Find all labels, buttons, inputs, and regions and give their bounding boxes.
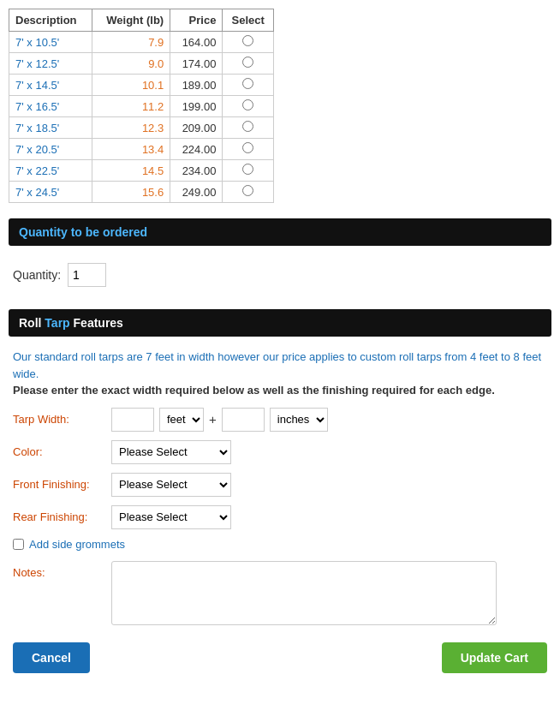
quantity-section-header: Quantity to be ordered <box>9 218 551 246</box>
cell-weight: 7.9 <box>92 32 170 53</box>
tarp-width-row: Tarp Width: feet + inches <box>9 408 551 432</box>
tarp-width-control: feet + inches <box>111 408 328 432</box>
cell-price: 164.00 <box>170 32 223 53</box>
cell-weight: 11.2 <box>92 96 170 117</box>
inches-select[interactable]: inches <box>270 408 328 432</box>
notes-label: Notes: <box>13 561 111 579</box>
quantity-label: Quantity: <box>13 268 61 282</box>
cancel-button[interactable]: Cancel <box>13 642 90 673</box>
tarp-width-label: Tarp Width: <box>13 413 111 426</box>
update-cart-button[interactable]: Update Cart <box>442 642 547 673</box>
table-row: 7' x 16.5'11.2199.00 <box>9 96 274 117</box>
cell-select[interactable] <box>223 117 274 139</box>
table-row: 7' x 18.5'12.3209.00 <box>9 117 274 139</box>
cell-description: 7' x 16.5' <box>9 96 92 117</box>
features-description: Our standard roll tarps are 7 feet in wi… <box>9 349 551 399</box>
cell-select[interactable] <box>223 96 274 117</box>
rear-finishing-label: Rear Finishing: <box>13 510 111 523</box>
col-description: Description <box>9 9 92 32</box>
quantity-input[interactable] <box>68 263 106 287</box>
color-control: Please Select <box>111 440 231 464</box>
product-radio[interactable] <box>242 142 253 153</box>
color-row: Color: Please Select <box>9 440 551 464</box>
cell-select[interactable] <box>223 53 274 75</box>
cell-weight: 15.6 <box>92 182 170 203</box>
rear-finishing-control: Please Select <box>111 505 231 529</box>
cell-price: 189.00 <box>170 75 223 96</box>
cell-description: 7' x 14.5' <box>9 75 92 96</box>
color-select[interactable]: Please Select <box>111 440 231 464</box>
color-label: Color: <box>13 445 111 458</box>
cell-weight: 13.4 <box>92 139 170 160</box>
rear-finishing-select[interactable]: Please Select <box>111 505 231 529</box>
product-radio[interactable] <box>242 99 253 110</box>
cell-description: 7' x 22.5' <box>9 160 92 182</box>
table-row: 7' x 20.5'13.4224.00 <box>9 139 274 160</box>
tarp-inches-input[interactable] <box>222 408 265 432</box>
cell-select[interactable] <box>223 139 274 160</box>
table-row: 7' x 14.5'10.1189.00 <box>9 75 274 96</box>
cell-price: 224.00 <box>170 139 223 160</box>
cell-weight: 12.3 <box>92 117 170 139</box>
rear-finishing-row: Rear Finishing: Please Select <box>9 505 551 529</box>
product-table: Description Weight (lb) Price Select 7' … <box>9 9 274 203</box>
product-radio[interactable] <box>242 35 253 46</box>
cell-price: 249.00 <box>170 182 223 203</box>
front-finishing-row: Front Finishing: Please Select <box>9 473 551 497</box>
col-select: Select <box>223 9 274 32</box>
cell-price: 199.00 <box>170 96 223 117</box>
table-row: 7' x 22.5'14.5234.00 <box>9 160 274 182</box>
grommets-row: Add side grommets <box>9 538 551 551</box>
cell-description: 7' x 12.5' <box>9 53 92 75</box>
tarp-feet-input[interactable] <box>111 408 154 432</box>
table-row: 7' x 10.5'7.9164.00 <box>9 32 274 53</box>
front-finishing-select[interactable]: Please Select <box>111 473 231 497</box>
product-radio[interactable] <box>242 78 253 89</box>
grommets-checkbox[interactable] <box>13 539 24 550</box>
notes-row: Notes: <box>9 561 551 625</box>
grommets-label: Add side grommets <box>29 538 125 551</box>
quantity-section: Quantity: <box>9 258 551 292</box>
product-radio[interactable] <box>242 185 253 196</box>
cell-weight: 10.1 <box>92 75 170 96</box>
plus-sign: + <box>209 412 217 427</box>
cell-weight: 14.5 <box>92 160 170 182</box>
product-radio[interactable] <box>242 121 253 132</box>
cell-select[interactable] <box>223 32 274 53</box>
cell-select[interactable] <box>223 160 274 182</box>
features-section-header: Roll Tarp Features <box>9 309 551 337</box>
product-radio[interactable] <box>242 57 253 68</box>
front-finishing-label: Front Finishing: <box>13 478 111 491</box>
cell-description: 7' x 24.5' <box>9 182 92 203</box>
col-weight: Weight (lb) <box>92 9 170 32</box>
col-price: Price <box>170 9 223 32</box>
cell-description: 7' x 18.5' <box>9 117 92 139</box>
cell-price: 174.00 <box>170 53 223 75</box>
cell-price: 209.00 <box>170 117 223 139</box>
cell-description: 7' x 10.5' <box>9 32 92 53</box>
features-section: Roll Tarp Features Our standard roll tar… <box>9 309 551 673</box>
front-finishing-control: Please Select <box>111 473 231 497</box>
cell-select[interactable] <box>223 75 274 96</box>
quantity-row: Quantity: <box>13 258 547 292</box>
cell-select[interactable] <box>223 182 274 203</box>
feet-select[interactable]: feet <box>159 408 204 432</box>
notes-textarea[interactable] <box>111 561 497 625</box>
cell-price: 234.00 <box>170 160 223 182</box>
buttons-row: Cancel Update Cart <box>9 642 551 673</box>
cell-description: 7' x 20.5' <box>9 139 92 160</box>
table-row: 7' x 24.5'15.6249.00 <box>9 182 274 203</box>
table-row: 7' x 12.5'9.0174.00 <box>9 53 274 75</box>
product-radio[interactable] <box>242 164 253 175</box>
cell-weight: 9.0 <box>92 53 170 75</box>
